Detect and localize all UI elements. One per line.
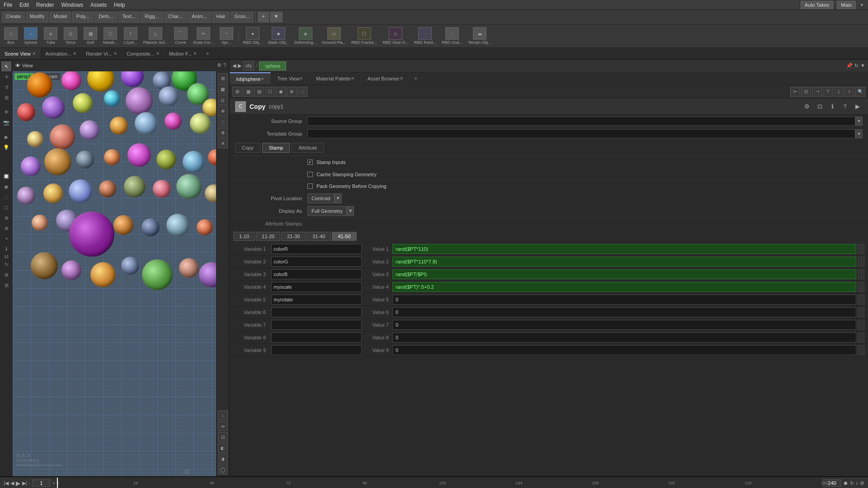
composite-tab[interactable]: Composite... ✕: [122, 48, 165, 59]
timeline-playhead[interactable]: [57, 478, 58, 488]
atab-31-40[interactable]: 31-40: [307, 232, 331, 241]
shelf-icon-rbd[interactable]: ● RBD Obj...: [241, 26, 264, 46]
val-scroll-8[interactable]: [858, 345, 864, 355]
node-save-icon[interactable]: ⊡: [815, 102, 825, 112]
atab-21-30[interactable]: 21-30: [281, 232, 306, 241]
shelf-icon-platonic[interactable]: △ Platonic Sol...: [142, 26, 170, 46]
tl-plus-icon[interactable]: +: [52, 480, 55, 486]
vp-rt-icon1[interactable]: ⊞: [218, 73, 228, 83]
val-scroll-5[interactable]: [858, 307, 864, 317]
val-input-7[interactable]: [392, 333, 856, 343]
vp-info-icon[interactable]: ?: [223, 62, 226, 68]
obj-dropdown[interactable]: obj: [243, 61, 254, 70]
node-help-icon[interactable]: ?: [840, 102, 850, 112]
anim-close[interactable]: ✕: [73, 51, 76, 56]
vp-rt-icon7[interactable]: ✕: [218, 138, 228, 148]
shelf-tab-rigg[interactable]: Rigg...: [141, 12, 163, 23]
val-input-0[interactable]: [392, 244, 856, 254]
part-tool[interactable]: ⚬: [1, 234, 11, 244]
shelf-tab-groo[interactable]: Groo...: [231, 12, 254, 23]
val-input-2[interactable]: [392, 269, 856, 279]
val-input-8[interactable]: [392, 345, 856, 355]
path-reload-icon[interactable]: ↻: [854, 63, 859, 69]
obj-tool[interactable]: ⊕: [1, 213, 11, 223]
pan-tool[interactable]: ⊕: [1, 270, 11, 280]
val-input-4[interactable]: [392, 295, 856, 305]
net-tab-add[interactable]: +: [410, 72, 422, 84]
nt-align2[interactable]: ⊡: [801, 87, 811, 97]
num-display[interactable]: 12: [4, 254, 9, 259]
nt-align4[interactable]: ⊤: [823, 87, 833, 97]
var-name-input-8[interactable]: [271, 345, 362, 355]
sphere-dropdown[interactable]: sphere: [259, 61, 286, 70]
menu-render[interactable]: Render: [36, 2, 54, 8]
shelf-icon-rbdglue[interactable]: ◇ RBD Glue O...: [381, 26, 410, 46]
template-group-input[interactable]: [307, 129, 855, 138]
source-group-arrow[interactable]: ▼: [855, 117, 863, 126]
tl-prev-icon[interactable]: ◀: [10, 480, 14, 486]
shelf-icon-tube[interactable]: ⌀ Tube: [42, 26, 60, 46]
scale-tool[interactable]: ⊞: [1, 93, 11, 103]
shelf-tab-anim[interactable]: Anim...: [188, 12, 211, 23]
shelf-tab-add[interactable]: +: [258, 12, 269, 23]
val-input-6[interactable]: [392, 320, 856, 330]
info-tool[interactable]: ℹ: [1, 244, 11, 254]
menu-help[interactable]: Help: [114, 2, 125, 8]
tree-close[interactable]: ✕: [299, 76, 303, 81]
vp-rt-icon5[interactable]: ◌: [218, 117, 228, 127]
forward-btn[interactable]: ▶: [238, 63, 241, 69]
shelf-icon-drawcur[interactable]: ✏ Draw Cur...: [192, 26, 216, 46]
shelf-tab-modify[interactable]: Modify: [26, 12, 48, 23]
tab-attribute[interactable]: Attribute: [292, 143, 324, 153]
var-name-input-4[interactable]: [271, 295, 362, 305]
var-name-input-0[interactable]: [271, 244, 362, 254]
net-tab-asset[interactable]: Asset Browser ✕: [361, 72, 410, 84]
tl-back-icon[interactable]: |◀: [4, 480, 9, 486]
motion-close[interactable]: ✕: [193, 51, 197, 56]
pack-geometry-checkbox[interactable]: [307, 183, 313, 189]
val-scroll-7[interactable]: [858, 333, 864, 343]
shelf-tab-poly[interactable]: Poly...: [72, 12, 94, 23]
atab-11-20[interactable]: 11-20: [256, 232, 280, 241]
menu-assets[interactable]: Assets: [90, 2, 107, 8]
shelf-icon-ground[interactable]: ▭ Ground Pla...: [320, 26, 348, 46]
vp-rt-bottom6[interactable]: ◯: [218, 465, 228, 474]
tl-loop-icon[interactable]: ↻: [850, 480, 854, 486]
back-btn[interactable]: ◀: [232, 63, 236, 69]
shelf-icon-torus[interactable]: ◎ Torus: [61, 26, 80, 46]
vp-rt-bottom2[interactable]: ⇔: [218, 421, 228, 431]
menu-edit[interactable]: Edit: [19, 2, 29, 8]
viewport-3d[interactable]: persp1 ▼ no cam ▼ BLACK @NeroBlack NeroB…: [13, 71, 216, 476]
tl-play-icon[interactable]: ▶: [16, 480, 20, 487]
shelf-icon-sphere[interactable]: ○ Sphere: [22, 26, 40, 46]
view-tool[interactable]: 👁: [1, 107, 11, 117]
vis-tool[interactable]: ◌: [1, 192, 11, 202]
nt-icon3[interactable]: ▤: [254, 87, 264, 97]
node-arrow-icon[interactable]: ▶: [853, 102, 863, 112]
display-as-dropdown[interactable]: ▼: [347, 206, 354, 216]
val-input-1[interactable]: [392, 257, 856, 267]
val-input-5[interactable]: [392, 307, 856, 317]
val-scroll-4[interactable]: [858, 295, 864, 305]
nt-icon4[interactable]: ⬡: [265, 87, 275, 97]
nt-icon1[interactable]: ⊞: [232, 87, 242, 97]
shelf-icon-spr[interactable]: ~ Spr...: [217, 26, 236, 46]
motion-tab[interactable]: Motion F... ✕: [165, 48, 202, 59]
shelf-tab-expand[interactable]: ▼: [270, 12, 283, 23]
wire-tool[interactable]: ⬡: [1, 202, 11, 212]
stamp-inputs-checkbox[interactable]: [307, 160, 313, 165]
vp-rt-bottom1[interactable]: ↕: [218, 410, 228, 420]
shelf-tab-text[interactable]: Text...: [118, 12, 140, 23]
path-expand-icon[interactable]: ▼: [860, 63, 865, 69]
vp-rt-bottom5[interactable]: ◑: [218, 454, 228, 464]
translate-tool[interactable]: ✛: [1, 72, 11, 82]
render-tool[interactable]: ▶: [1, 132, 11, 142]
val-scroll-1[interactable]: [858, 257, 864, 267]
net-tab-obj[interactable]: /obj/sphere ✕: [230, 72, 271, 84]
shelf-icon-metab[interactable]: ⬡ Metab...: [101, 26, 120, 46]
node-info-icon[interactable]: ℹ: [827, 102, 837, 112]
net-tab-tree[interactable]: Tree View ✕: [271, 72, 310, 84]
animation-tab[interactable]: Animation... ✕: [41, 48, 81, 59]
tl-minus-icon[interactable]: -: [29, 480, 31, 486]
shelf-icon-terrain[interactable]: ⛰ Terrain Obj...: [466, 26, 493, 46]
